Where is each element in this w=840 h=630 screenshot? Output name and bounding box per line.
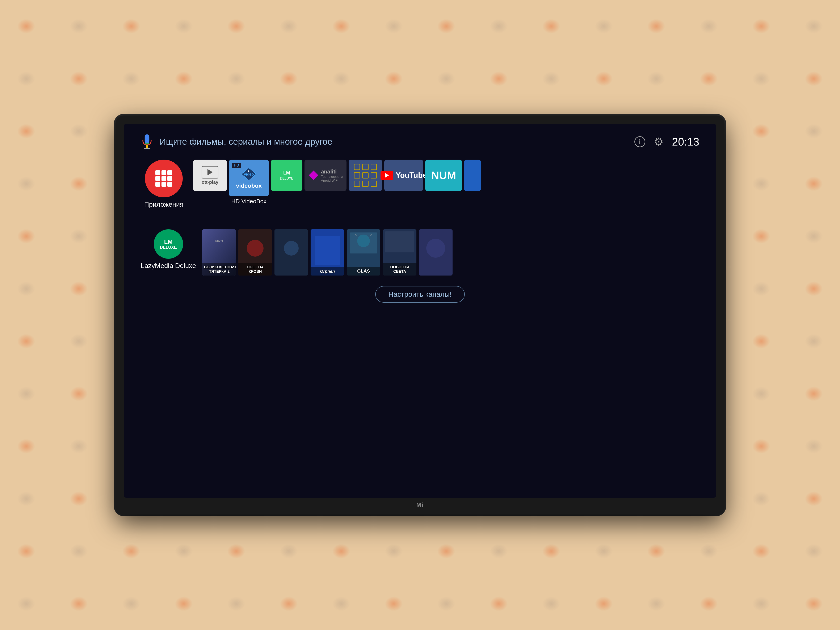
movie-tile-2[interactable]: ОБЕТ НА КРОВИ: [238, 229, 272, 276]
youtube-triangle-icon: [385, 173, 389, 178]
top-right-icons: i ⚙ 20:13: [635, 136, 699, 148]
applications-label: Приложения: [144, 201, 183, 208]
youtube-label: YouTube: [396, 171, 427, 180]
svg-point-23: [426, 239, 445, 258]
lazymedia-circle-icon: LM DELUXE: [154, 229, 183, 259]
svg-text:START: START: [215, 240, 223, 243]
movie-3-image: [275, 229, 308, 276]
dot-grid-tile[interactable]: [349, 159, 382, 191]
svg-rect-3: [144, 148, 150, 149]
applications-icon[interactable]: Приложения: [141, 159, 187, 208]
movie-tiles-container: START ВЕЛИКОЛЕПНАЯ ПЯТЕРКА 2: [202, 229, 453, 276]
svg-rect-1: [145, 142, 149, 144]
svg-text:video: video: [244, 172, 254, 177]
svg-point-14: [284, 241, 298, 256]
num-label: NUM: [431, 169, 456, 182]
lm-deluxe-text: DELUXE: [280, 177, 294, 180]
lazymedia-text-icon: LM DELUXE: [160, 238, 177, 250]
ott-play-triangle: [207, 169, 213, 175]
app-tiles-container: ott-play HD video ▶ videobox: [193, 159, 481, 191]
mic-icon[interactable]: [141, 134, 153, 149]
top-bar: Ищите фильмы, сериалы и многое другое i …: [124, 124, 716, 155]
hd-videobox-focused-label: HD VideoBox: [231, 198, 267, 205]
dot-grid-icon: [351, 161, 380, 190]
svg-point-12: [247, 240, 264, 257]
analiti-text: analiti Тест скорости Anroid WiFi: [321, 169, 343, 183]
analiti-tile[interactable]: analiti Тест скорости Anroid WiFi: [305, 159, 346, 191]
youtube-icon: YouTube: [381, 171, 427, 180]
tv-frame: Ищите фильмы, сериалы и многое другое i …: [115, 115, 725, 515]
svg-rect-21: [385, 231, 414, 253]
analiti-diamond-icon: [308, 170, 319, 181]
lazymedia-label: LazyMedia Deluxe: [141, 262, 196, 270]
movie-tile-3[interactable]: [275, 229, 308, 276]
ott-play-tile[interactable]: ott-play: [193, 159, 227, 191]
youtube-play-button-icon: [381, 171, 393, 180]
lazymedia-app-icon[interactable]: LM DELUXE LazyMedia Deluxe: [141, 229, 196, 270]
movie-6-title: НОВОСТИ СВЕТА: [383, 263, 417, 276]
content-row: LM DELUXE LazyMedia Deluxe: [124, 213, 716, 280]
movie-tile-4[interactable]: Orphen: [311, 229, 344, 276]
svg-rect-2: [146, 145, 148, 148]
ott-tv-icon: [202, 166, 218, 178]
movie-7-image: [419, 229, 453, 276]
movie-1-title: ВЕЛИКОЛЕПНАЯ ПЯТЕРКА 2: [202, 263, 236, 276]
movie-5-title: GLAS: [347, 267, 380, 276]
movie-4-title: Orphen: [311, 267, 344, 276]
movie-5-top-badges: ○ ○: [349, 232, 378, 237]
movie-6-image: НОВОСТИ СВЕТА: [383, 229, 417, 276]
movie-5-image: ○ ○ GLAS: [347, 229, 380, 276]
bottom-area: Настроить каналы!: [124, 280, 716, 309]
extra-tile[interactable]: [464, 159, 481, 191]
grid-icon: [155, 170, 172, 187]
svg-rect-16: [315, 235, 340, 265]
analiti-icon: analiti Тест скорости Anroid WiFi: [308, 169, 343, 183]
clock-display: 20:13: [672, 136, 699, 148]
videobox-label: videobox: [236, 183, 262, 189]
search-placeholder-text: Ищите фильмы, сериалы и многое другое: [159, 137, 628, 147]
lm-badge: LM: [283, 170, 290, 176]
ott-play-label: ott-play: [202, 180, 218, 185]
tv-brand-logo: Mi: [416, 502, 423, 508]
movie-tile-1[interactable]: START ВЕЛИКОЛЕПНАЯ ПЯТЕРКА 2: [202, 229, 236, 276]
lazymedia-small-icon: LM DELUXE: [280, 170, 294, 180]
svg-marker-7: [309, 171, 318, 180]
hd-badge: HD: [232, 163, 241, 168]
svg-rect-0: [145, 134, 149, 143]
svg-text:▶: ▶: [248, 169, 250, 172]
movie-1-image: START ВЕЛИКОЛЕПНАЯ ПЯТЕРКА 2: [202, 229, 236, 276]
lazymedia-small-tile[interactable]: LM DELUXE: [271, 159, 302, 191]
apps-row: Приложения ott-play HD: [124, 155, 716, 213]
tv-screen: Ищите фильмы, сериалы и многое другое i …: [124, 124, 716, 498]
videobox-icon: video ▶ videobox: [236, 167, 262, 189]
apps-circle-icon: [145, 159, 183, 197]
movie-tile-7[interactable]: [419, 229, 453, 276]
movie-2-image: ОБЕТ НА КРОВИ: [238, 229, 272, 276]
movie-2-title: ОБЕТ НА КРОВИ: [238, 263, 272, 276]
settings-icon[interactable]: ⚙: [654, 136, 663, 148]
num-tile[interactable]: NUM: [425, 159, 462, 191]
movie-tile-6[interactable]: НОВОСТИ СВЕТА: [383, 229, 417, 276]
youtube-tile[interactable]: YouTube: [384, 159, 423, 191]
movie-tile-5[interactable]: ○ ○ GLAS: [347, 229, 380, 276]
movie-4-image: Orphen: [311, 229, 344, 276]
ott-play-icon: ott-play: [202, 166, 218, 185]
hd-videobox-tile[interactable]: HD video ▶ videobox HD VideoBox: [229, 159, 269, 196]
configure-channels-button[interactable]: Настроить каналы!: [375, 286, 465, 303]
info-button[interactable]: i: [635, 136, 645, 147]
